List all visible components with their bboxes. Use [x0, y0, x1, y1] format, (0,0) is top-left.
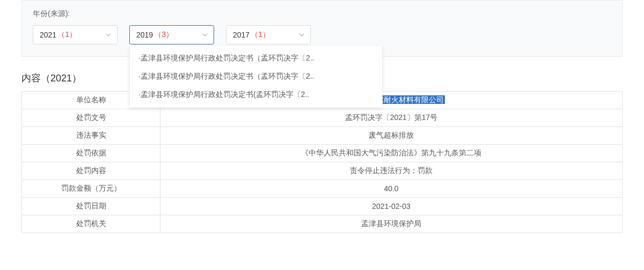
year-text: 2017 [233, 31, 250, 39]
year-filter-panel: 年份(来源): 2021 （1） 2019 （3） ·孟津县环境保护局行政处罚决… [21, 0, 623, 57]
year-count: （1） [251, 30, 270, 40]
year-dropdown-2021[interactable]: 2021 （1） [33, 25, 118, 44]
table-row: 处罚日期2021-02-03 [22, 198, 623, 215]
table-row: 处罚机关孟津县环境保护局 [22, 215, 623, 233]
table-row: 罚款金额（万元）40.0 [22, 180, 623, 198]
year-text: 2019 [136, 31, 153, 39]
dropdown-menu-item[interactable]: ·孟津县环境保护局行政处罚决定书(孟环罚决字〔2.. [130, 86, 382, 104]
row-value: 2021-02-03 [160, 198, 623, 215]
row-label: 处罚文号 [22, 109, 160, 127]
year-text: 2021 [40, 31, 56, 39]
row-value: 《中华人民共和国大气污染防治法》第九十九条第二项 [160, 145, 623, 162]
row-value: 孟津县环境保护局 [160, 215, 623, 233]
penalty-table: 单位名称洛阳洛耐菲尔耐火材料有限公司处罚文号孟环罚决字〔2021〕第17号违法事… [21, 91, 623, 233]
row-value: 40.0 [160, 180, 623, 198]
dropdown-row: 2021 （1） 2019 （3） ·孟津县环境保护局行政处罚决定书（孟环罚决字… [33, 25, 611, 44]
row-label: 处罚日期 [22, 198, 160, 215]
table-row: 处罚依据《中华人民共和国大气污染防治法》第九十九条第二项 [22, 145, 623, 162]
table-row: 处罚文号孟环罚决字〔2021〕第17号 [22, 109, 623, 127]
row-label: 罚款金额（万元） [22, 180, 160, 198]
filter-label: 年份(来源): [33, 9, 611, 19]
year-dropdown-menu: ·孟津县环境保护局行政处罚决定书（孟环罚决字〔2.. ·孟津县环境保护局行政处罚… [129, 46, 383, 108]
row-label: 处罚依据 [22, 145, 160, 162]
row-value: 责令停止违法行为；罚款 [160, 162, 623, 180]
row-value: 废气超标排放 [160, 127, 623, 145]
row-label: 违法事实 [22, 127, 160, 145]
year-dropdown-2019[interactable]: 2019 （3） ·孟津县环境保护局行政处罚决定书（孟环罚决字〔2.. ·孟津县… [129, 25, 214, 44]
dropdown-menu-item[interactable]: ·孟津县环境保护局行政处罚决定书（孟环罚决字〔2.. [130, 68, 382, 86]
chevron-down-icon [202, 32, 208, 38]
row-value: 孟环罚决字〔2021〕第17号 [160, 109, 623, 127]
chevron-down-icon [298, 32, 305, 38]
year-count: （3） [154, 30, 173, 40]
year-dropdown-2017[interactable]: 2017 （1） [226, 25, 311, 44]
chevron-down-icon [105, 32, 112, 38]
table-row: 违法事实废气超标排放 [22, 127, 623, 145]
row-label: 处罚内容 [22, 162, 160, 180]
year-count: （1） [57, 30, 77, 40]
row-label: 处罚机关 [22, 215, 160, 233]
dropdown-menu-item[interactable]: ·孟津县环境保护局行政处罚决定书（孟环罚决字〔2.. [130, 49, 382, 68]
table-row: 处罚内容责令停止违法行为；罚款 [22, 162, 623, 180]
